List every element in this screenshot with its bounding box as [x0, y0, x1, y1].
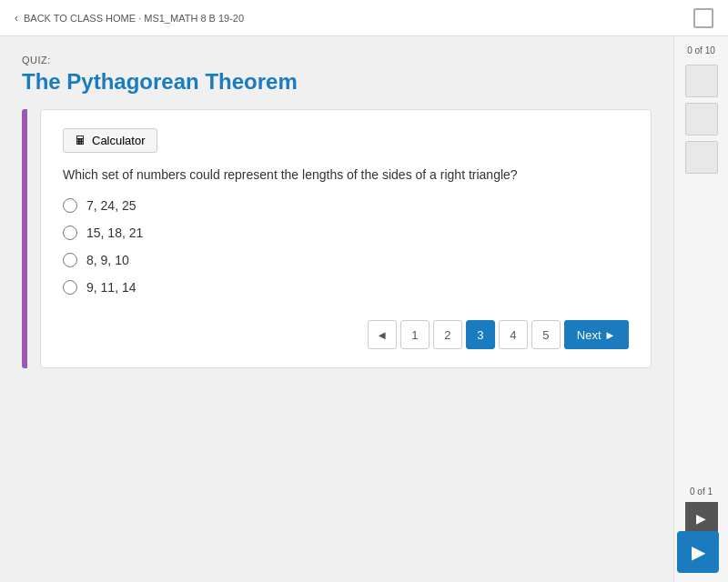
window-toggle-icon[interactable]: [693, 8, 713, 28]
answer-option-4[interactable]: 9, 11, 14: [63, 280, 629, 295]
main-layout: QUIZ: The Pythagorean Theorem 🖩 Calculat…: [0, 36, 728, 582]
sidebar-box-1: [685, 65, 718, 97]
sidebar-next-arrow-button[interactable]: [685, 502, 718, 535]
bottom-next-icon: ▶: [692, 541, 705, 563]
calculator-icon: 🖩: [75, 134, 86, 147]
question-card: 🖩 Calculator Which set of numbers could …: [40, 109, 652, 368]
page-1-button[interactable]: 1: [400, 320, 430, 349]
question-text: Which set of numbers could represent the…: [63, 167, 629, 182]
radio-opt1[interactable]: [63, 198, 77, 213]
radio-opt2[interactable]: [63, 226, 77, 240]
bottom-next-button[interactable]: ▶: [677, 531, 719, 573]
page-3-button[interactable]: 3: [466, 320, 495, 349]
option-2-label: 15, 18, 21: [86, 226, 143, 240]
back-chevron-icon: ‹: [15, 12, 18, 25]
back-label: BACK TO CLASS HOME · MS1_MATH 8 B 19-20: [24, 13, 244, 24]
quiz-label: QUIZ:: [22, 55, 652, 65]
page-2-button[interactable]: 2: [433, 320, 462, 349]
question-card-wrapper: 🖩 Calculator Which set of numbers could …: [31, 109, 652, 368]
sidebar-top-counter: 0 of 10: [687, 45, 715, 55]
content-area: QUIZ: The Pythagorean Theorem 🖩 Calculat…: [0, 36, 673, 582]
answer-option-3[interactable]: 8, 9, 10: [63, 253, 629, 267]
pagination: ◄ 1 2 3 4 5: [63, 320, 629, 349]
sidebar-box-2: [685, 103, 718, 135]
page-prev-button[interactable]: ◄: [368, 320, 397, 349]
top-bar: ‹ BACK TO CLASS HOME · MS1_MATH 8 B 19-2…: [0, 0, 728, 36]
option-3-label: 8, 9, 10: [86, 253, 129, 267]
next-label: Next ►: [577, 328, 616, 342]
prev-icon: ◄: [376, 328, 388, 342]
option-4-label: 9, 11, 14: [86, 280, 136, 295]
answer-option-1[interactable]: 7, 24, 25: [63, 198, 629, 213]
radio-opt4[interactable]: [63, 280, 77, 295]
answer-option-2[interactable]: 15, 18, 21: [63, 226, 629, 240]
quiz-title: The Pythagorean Theorem: [22, 69, 652, 95]
right-sidebar: 0 of 10 0 of 1 ✓: [673, 36, 728, 582]
page-4-button[interactable]: 4: [499, 320, 528, 349]
next-button[interactable]: Next ►: [564, 320, 629, 349]
sidebar-box-3: [685, 141, 718, 174]
calculator-label: Calculator: [92, 134, 146, 147]
option-1-label: 7, 24, 25: [86, 198, 136, 213]
purple-accent-bar: [22, 109, 27, 368]
sidebar-bottom-counter: 0 of 1: [690, 487, 713, 497]
calculator-button[interactable]: 🖩 Calculator: [63, 128, 157, 153]
page-5-button[interactable]: 5: [531, 320, 561, 349]
back-link[interactable]: ‹ BACK TO CLASS HOME · MS1_MATH 8 B 19-2…: [15, 12, 244, 25]
radio-opt3[interactable]: [63, 253, 77, 267]
